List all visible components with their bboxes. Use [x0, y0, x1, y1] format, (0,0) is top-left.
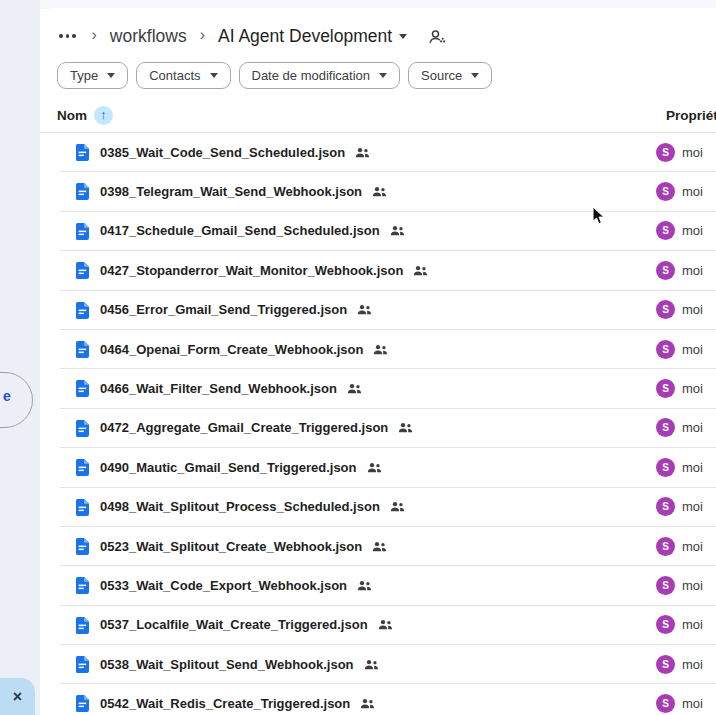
- filter-chip-modified-date[interactable]: Date de modification: [239, 62, 401, 89]
- json-file-icon: [75, 341, 90, 358]
- owner-cell: S moi: [656, 409, 703, 447]
- file-name: 0533_Wait_Code_Export_Webhook.json: [100, 566, 372, 604]
- table-row[interactable]: 0542_Wait_Redis_Create_Triggered.json S …: [60, 684, 716, 715]
- table-row[interactable]: 0427_Stopanderror_Wait_Monitor_Webhook.j…: [60, 251, 716, 290]
- chevron-right-icon: ›: [92, 27, 97, 43]
- owner-avatar: S: [656, 340, 675, 359]
- shared-icon: [347, 383, 362, 394]
- shared-icon: [378, 619, 393, 630]
- table-row[interactable]: 0490_Mautic_Gmail_Send_Triggered.json S …: [60, 448, 716, 487]
- chip-label: Date de modification: [252, 68, 371, 83]
- chevron-down-icon: [107, 73, 115, 78]
- chevron-down-icon: [379, 73, 387, 78]
- owner-label: moi: [682, 145, 703, 160]
- owner-cell: S moi: [656, 566, 703, 604]
- drive-file-panel: › workflows › AI Agent Development Type …: [40, 8, 716, 715]
- json-file-icon: [75, 577, 90, 594]
- shared-icon: [367, 462, 382, 473]
- owner-avatar: S: [656, 655, 675, 674]
- owner-cell: S moi: [656, 448, 703, 486]
- owner-avatar: S: [656, 458, 675, 477]
- json-file-icon: [75, 302, 90, 319]
- table-row[interactable]: 0466_Wait_Filter_Send_Webhook.json S moi: [60, 369, 716, 408]
- file-name: 0417_Schedule_Gmail_Send_Scheduled.json: [100, 212, 405, 250]
- file-name: 0385_Wait_Code_Send_Scheduled.json: [100, 133, 370, 171]
- owner-avatar: S: [656, 497, 675, 516]
- json-file-icon: [75, 617, 90, 634]
- shared-icon: [372, 186, 387, 197]
- chevron-right-icon: ›: [200, 27, 205, 43]
- chip-label: Type: [70, 68, 98, 83]
- filter-chip-contacts[interactable]: Contacts: [136, 62, 230, 89]
- table-row[interactable]: 0464_Openai_Form_Create_Webhook.json S m…: [60, 330, 716, 369]
- table-row[interactable]: 0533_Wait_Code_Export_Webhook.json S moi: [60, 566, 716, 605]
- table-row[interactable]: 0398_Telegram_Wait_Send_Webhook.json S m…: [60, 172, 716, 211]
- close-overlay-button[interactable]: ×: [0, 678, 35, 715]
- json-file-icon: [75, 695, 90, 712]
- owner-label: moi: [682, 578, 703, 593]
- filter-chips: Type Contacts Date de modification Sourc…: [57, 62, 492, 89]
- json-file-icon: [75, 223, 90, 240]
- table-row[interactable]: 0385_Wait_Code_Send_Scheduled.json S moi: [60, 133, 716, 172]
- file-list: 0385_Wait_Code_Send_Scheduled.json S moi…: [60, 133, 716, 715]
- json-file-icon: [75, 420, 90, 437]
- breadcrumb-current-folder[interactable]: AI Agent Development: [218, 26, 407, 47]
- breadcrumb-more-icon[interactable]: [56, 34, 79, 38]
- owner-avatar: S: [656, 182, 675, 201]
- table-row[interactable]: 0472_Aggregate_Gmail_Create_Triggered.js…: [60, 409, 716, 448]
- owner-label: moi: [682, 263, 703, 278]
- column-header-name[interactable]: Nom ↑: [57, 106, 113, 125]
- table-row[interactable]: 0417_Schedule_Gmail_Send_Scheduled.json …: [60, 212, 716, 251]
- json-file-icon: [75, 538, 90, 555]
- shared-icon: [390, 501, 405, 512]
- table-row[interactable]: 0538_Wait_Splitout_Send_Webhook.json S m…: [60, 645, 716, 684]
- shared-icon: [355, 147, 370, 158]
- shared-icon: [390, 225, 405, 236]
- chevron-down-icon: [210, 73, 218, 78]
- owner-cell: S moi: [656, 527, 703, 565]
- sort-ascending-icon[interactable]: ↑: [94, 106, 113, 125]
- shared-icon: [398, 422, 413, 433]
- filter-chip-source[interactable]: Source: [408, 62, 492, 89]
- table-row[interactable]: 0456_Error_Gmail_Send_Triggered.json S m…: [60, 291, 716, 330]
- table-row[interactable]: 0537_Localfile_Wait_Create_Triggered.jso…: [60, 606, 716, 645]
- breadcrumb-parent-folder[interactable]: workflows: [110, 26, 187, 47]
- file-name: 0456_Error_Gmail_Send_Triggered.json: [100, 291, 372, 329]
- owner-avatar: S: [656, 576, 675, 595]
- file-name: 0490_Mautic_Gmail_Send_Triggered.json: [100, 448, 382, 486]
- json-file-icon: [75, 183, 90, 200]
- json-file-icon: [75, 499, 90, 516]
- shared-icon: [360, 698, 375, 709]
- background-left-strip: [0, 0, 40, 715]
- json-file-icon: [75, 656, 90, 673]
- filter-chip-type[interactable]: Type: [57, 62, 128, 89]
- json-file-icon: [75, 380, 90, 397]
- owner-cell: S moi: [656, 212, 703, 250]
- breadcrumb: › workflows › AI Agent Development: [56, 20, 446, 52]
- close-icon: ×: [13, 689, 22, 705]
- shared-icon: [373, 344, 388, 355]
- table-row[interactable]: 0498_Wait_Splitout_Process_Scheduled.jso…: [60, 488, 716, 527]
- owner-avatar: S: [656, 694, 675, 713]
- owner-avatar: S: [656, 143, 675, 162]
- chevron-down-icon: [399, 34, 407, 39]
- owner-cell: S moi: [656, 172, 703, 210]
- name-column-label: Nom: [57, 108, 87, 123]
- column-header-owner[interactable]: Propriétaire: [666, 108, 716, 123]
- file-name: 0464_Openai_Form_Create_Webhook.json: [100, 330, 388, 368]
- owner-avatar: S: [656, 261, 675, 280]
- owner-label: moi: [682, 460, 703, 475]
- chip-label: Contacts: [149, 68, 200, 83]
- owner-label: moi: [682, 223, 703, 238]
- json-file-icon: [75, 144, 90, 161]
- table-row[interactable]: 0523_Wait_Splitout_Create_Webhook.json S…: [60, 527, 716, 566]
- file-name: 0466_Wait_Filter_Send_Webhook.json: [100, 369, 362, 407]
- shared-folder-icon[interactable]: [428, 29, 446, 44]
- owner-label: moi: [682, 420, 703, 435]
- shared-icon: [357, 304, 372, 315]
- file-name: 0523_Wait_Splitout_Create_Webhook.json: [100, 527, 387, 565]
- owner-cell: S moi: [656, 291, 703, 329]
- owner-label: moi: [682, 302, 703, 317]
- owner-avatar: S: [656, 300, 675, 319]
- file-name: 0542_Wait_Redis_Create_Triggered.json: [100, 684, 375, 715]
